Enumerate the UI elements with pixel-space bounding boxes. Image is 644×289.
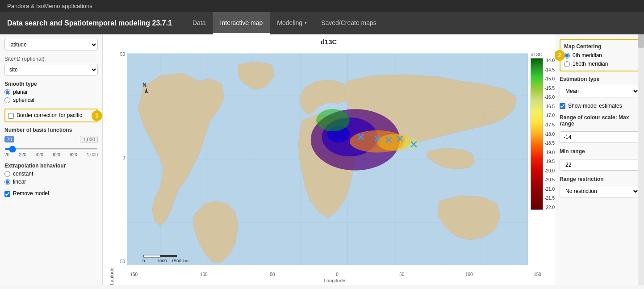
constant-option[interactable]: constant (4, 171, 98, 177)
y-ticks: 50 0 -50 (114, 47, 127, 271)
svg-text:N: N (142, 82, 146, 88)
coordinate-section: latitude (4, 39, 98, 50)
slider-values: 70 1,000 (4, 136, 98, 143)
svg-text:1500 km: 1500 km (171, 258, 188, 263)
right-panel: 2 Map Centering 0th meridian 160th merid… (555, 34, 644, 285)
svg-text:0: 0 (142, 258, 145, 263)
range-restriction-title: Range restriction (560, 176, 640, 182)
meridian-options: 0th meridian 160th meridian (564, 52, 635, 67)
world-map-svg: N 0 1000 1500 km (127, 47, 528, 271)
x-axis-label: Longitude (114, 277, 555, 285)
main-layout: latitude Site/ID (optional): site Smooth… (0, 34, 644, 285)
legend-container: d13C -14.0 -14.5 -15.0 -15.5 -16.0 -16.5… (528, 47, 555, 271)
modeling-dropdown-icon: ▾ (305, 20, 307, 25)
site-id-section: Site/ID (optional): site (4, 56, 98, 75)
site-id-select[interactable]: site (4, 64, 98, 75)
nav-saved-maps[interactable]: Saved/Create maps (314, 12, 384, 34)
max-range-input[interactable] (560, 131, 640, 143)
legend-bar (531, 58, 543, 210)
legend-bar-container: -14.0 -14.5 -15.0 -15.5 -16.0 -16.5 -17.… (531, 58, 555, 210)
map-centering-title: Map Centering (564, 43, 635, 50)
range-restriction-select[interactable]: No restriction (560, 185, 640, 197)
meridian-160-option[interactable]: 160th meridian (564, 61, 635, 67)
planar-option[interactable]: planar (4, 89, 98, 95)
spherical-option[interactable]: spherical (4, 97, 98, 103)
site-id-label: Site/ID (optional): (4, 56, 98, 62)
basis-functions-section: Number of basis functions 70 1,000 20 22… (4, 127, 98, 157)
nav-interactive-map[interactable]: Interactive map (213, 12, 270, 34)
map-area: d13C Latitude 50 0 -50 (103, 34, 555, 285)
navbar: Data search and Spatiotemporal modeling … (0, 12, 644, 34)
min-range-section: Min range (560, 148, 640, 171)
border-correction-checkbox[interactable] (8, 113, 14, 119)
linear-radio[interactable] (4, 179, 10, 185)
show-model-option[interactable]: Show model estimates (560, 103, 640, 109)
min-range-title: Min range (560, 148, 640, 155)
remove-model-checkbox[interactable] (4, 191, 10, 197)
map-centering-section: 2 Map Centering 0th meridian 160th merid… (560, 39, 640, 71)
svg-text:1000: 1000 (157, 258, 167, 263)
basis-functions-slider[interactable] (4, 148, 98, 150)
extrapolation-options: constant linear (4, 171, 98, 185)
min-range-input[interactable] (560, 159, 640, 171)
nav-links: Data Interactive map Modeling ▾ Saved/Cr… (185, 12, 384, 34)
slider-tick-labels: 20 220 420 620 820 1,000 (4, 152, 98, 157)
topbar: Pandora & IsoMemo applications (0, 0, 644, 12)
nav-data[interactable]: Data (185, 12, 213, 34)
y-axis-label: Latitude (107, 47, 114, 285)
border-correction-option[interactable]: Border correction for pacific (8, 112, 94, 119)
scrollbar-thumb[interactable] (638, 34, 644, 48)
planar-radio[interactable] (4, 89, 10, 95)
coordinate-select[interactable]: latitude (4, 39, 98, 50)
estimation-type-section: Estimation type Mean (560, 76, 640, 97)
linear-option[interactable]: linear (4, 179, 98, 185)
range-restriction-section: Range restriction No restriction (560, 176, 640, 197)
svg-point-25 (316, 109, 350, 131)
constant-radio[interactable] (4, 171, 10, 177)
badge-2: 2 (555, 50, 565, 61)
legend-title: d13C (531, 52, 542, 57)
estimation-type-title: Estimation type (560, 76, 640, 82)
smooth-type-section: Smooth type planar spherical (4, 81, 98, 103)
basis-functions-slider-container: 70 1,000 20 220 420 620 820 1,000 (4, 136, 98, 157)
colour-scale-section: Range of colour scale: Max range (560, 114, 640, 143)
extrapolation-section: Extrapolation behaviour constant linear (4, 163, 98, 185)
extrapolation-label: Extrapolation behaviour (4, 163, 98, 169)
meridian-0-option[interactable]: 0th meridian (564, 52, 635, 59)
topbar-title: Pandora & IsoMemo applications (7, 3, 92, 9)
estimation-select[interactable]: Mean (560, 85, 640, 97)
map-title: d13C (103, 34, 555, 47)
legend-labels: -14.0 -14.5 -15.0 -15.5 -16.0 -16.5 -17.… (543, 58, 555, 210)
colour-scale-title: Range of colour scale: Max range (560, 114, 640, 127)
sidebar: latitude Site/ID (optional): site Smooth… (0, 34, 103, 285)
map-svg-container: N 0 1000 1500 km (127, 47, 528, 271)
app-title: Data search and Spatiotemporal modeling … (7, 19, 172, 27)
remove-model-option[interactable]: Remove model (4, 190, 98, 197)
smooth-type-label: Smooth type (4, 81, 98, 87)
basis-functions-label: Number of basis functions (4, 127, 98, 133)
show-model-checkbox[interactable] (560, 103, 565, 109)
slider-current-value: 70 (4, 136, 14, 142)
svg-rect-15 (143, 255, 160, 257)
badge-1: 1 (92, 110, 102, 121)
show-model-section: Show model estimates (560, 103, 640, 109)
svg-point-24 (403, 138, 419, 149)
right-panel-scrollbar[interactable] (638, 34, 644, 285)
remove-model-section: Remove model (4, 190, 98, 197)
border-correction-section: Border correction for pacific 1 (4, 109, 98, 122)
smooth-type-options: planar spherical (4, 89, 98, 103)
spherical-radio[interactable] (4, 97, 10, 103)
slider-max-value: 1,000 (80, 136, 98, 143)
nav-modeling[interactable]: Modeling ▾ (270, 12, 314, 34)
meridian-160-radio[interactable] (564, 61, 570, 67)
x-ticks: -150 -100 -50 0 50 100 150 (114, 271, 555, 277)
